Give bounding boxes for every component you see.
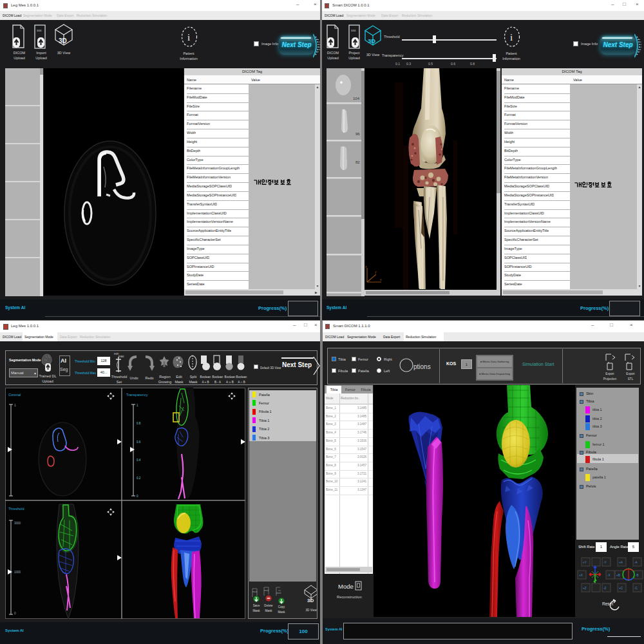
svg-text:0: 0	[137, 495, 138, 498]
svg-text:3D: 3D	[368, 37, 375, 44]
svg-text:y: y	[375, 270, 377, 274]
svg-text:0.4: 0.4	[137, 459, 141, 462]
svg-text:i: i	[510, 32, 513, 43]
svg-text:+X: +X	[579, 574, 583, 577]
svg-text:3000: 3000	[14, 522, 21, 525]
svg-text:i: i	[187, 32, 190, 43]
svg-text:Threshold: Threshold	[8, 507, 24, 511]
svg-text:mask: mask	[264, 589, 269, 592]
svg-text:-X: -X	[607, 574, 611, 577]
svg-text:+A: +A	[619, 561, 623, 564]
svg-text:mask: mask	[252, 591, 258, 593]
svg-text:3D: 3D	[307, 598, 314, 603]
svg-text:ptions: ptions	[413, 363, 431, 370]
svg-text:max: max	[118, 355, 124, 358]
svg-text:82: 82	[355, 160, 360, 164]
svg-text:-C: -C	[634, 587, 638, 590]
svg-text:1000: 1000	[14, 571, 21, 574]
svg-text:-Y: -Y	[603, 561, 607, 564]
svg-text:mask: mask	[276, 592, 281, 594]
svg-text:+B: +B	[616, 574, 620, 577]
svg-text:+Z: +Z	[583, 587, 587, 590]
svg-text:Transparency: Transparency	[126, 393, 148, 397]
svg-text:+C: +C	[619, 587, 623, 590]
svg-text:1: 1	[14, 403, 16, 407]
svg-text:xxx: xxx	[37, 28, 42, 32]
svg-text:0: 0	[14, 612, 16, 615]
svg-text:+Y: +Y	[583, 561, 587, 564]
svg-text:0.2: 0.2	[137, 477, 141, 480]
svg-text:x: x	[380, 278, 382, 281]
svg-text:xxx: xxx	[351, 28, 356, 32]
svg-text:0.8: 0.8	[137, 422, 141, 425]
svg-text:3D: 3D	[59, 37, 67, 44]
svg-text:0.6: 0.6	[137, 440, 141, 444]
svg-text:1: 1	[137, 404, 138, 407]
svg-text:104: 104	[353, 97, 360, 100]
svg-text:-Z: -Z	[603, 587, 607, 590]
svg-text:Coronal: Coronal	[8, 393, 21, 397]
svg-text:96: 96	[355, 132, 360, 136]
svg-text:-B: -B	[636, 574, 639, 577]
